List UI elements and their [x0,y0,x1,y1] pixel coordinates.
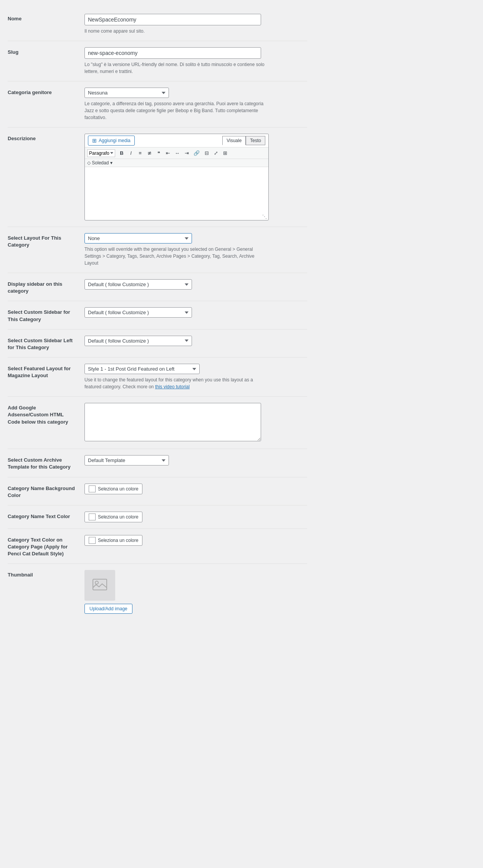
custom-sidebar-left-row: Select Custom Sidebar Left for This Cate… [8,330,307,358]
cat-page-text-color-swatch [89,537,96,544]
view-tabs: Visuale Testo [222,136,265,145]
adsense-field [84,403,307,442]
nome-row: Nome Il nome come appare sul sito. [8,8,307,41]
ol-btn[interactable]: ≢ [145,149,154,157]
italic-btn[interactable]: I [127,149,135,157]
paragraph-select[interactable]: Paragrafo [87,149,115,157]
add-media-label: Aggiungi media [99,138,131,143]
featured-layout-field: Style 1 - 1st Post Grid Featured on Left… [84,364,307,390]
cat-bg-color-swatch [89,485,96,492]
select-layout-description: This option will override with the gener… [84,246,269,267]
editor-toolbar-1: Paragrafo B I ≡ ≢ ❝ ⇤ ↔ ⇥ 🔗 ⊟ ⤢ ⊞ [85,147,268,159]
image-placeholder-icon [92,578,108,592]
custom-sidebar-select[interactable]: Default ( follow Customize ) [84,307,192,318]
featured-layout-row: Select Featured Layout for Magazine Layo… [8,358,307,397]
featured-layout-select[interactable]: Style 1 - 1st Post Grid Featured on Left [84,364,200,374]
display-sidebar-row: Display sidebar on this category Default… [8,273,307,301]
display-sidebar-select[interactable]: Default ( follow Customize ) [84,279,192,290]
featured-layout-description: Use it to change the featured layout for… [84,376,269,390]
video-tutorial-link[interactable]: this video tutorial [155,384,190,389]
cat-page-text-color-row: Category Text Color on Category Page (Ap… [8,529,307,564]
editor-resize: ⋱ [85,213,268,220]
cat-page-text-color-field: Seleziona un colore [84,535,307,546]
cat-page-text-color-label-text: Seleziona un colore [98,538,138,543]
custom-archive-row: Select Custom Archive Template for this … [8,449,307,477]
media-icon: ⊞ [92,137,97,144]
custom-sidebar-left-select[interactable]: Default ( follow Customize ) [84,336,192,346]
select-layout-select[interactable]: None [84,233,192,244]
select-layout-label: Select Layout For This Category [8,233,84,248]
custom-archive-select[interactable]: Default Template [84,455,169,465]
slug-field: Lo "slug" è la versione URL-friendly del… [84,47,307,75]
editor-toolbar-top: ⊞ Aggiungi media Visuale Testo [85,134,268,147]
cat-bg-color-row: Category Name Background Color Seleziona… [8,477,307,505]
custom-sidebar-left-field: Default ( follow Customize ) [84,336,307,346]
descrizione-row: Descrizione ⊞ Aggiungi media Visuale Tes… [8,128,307,227]
soledad-label: ◇ Soledad ▾ [87,160,112,166]
custom-sidebar-label: Select Custom Sidebar for This Category [8,307,84,323]
cat-bg-color-label-text: Seleziona un colore [98,486,138,492]
svg-rect-0 [93,579,107,590]
table-btn[interactable]: ⊟ [202,149,211,157]
nome-input[interactable] [84,14,261,25]
custom-archive-field: Default Template [84,455,307,465]
align-right-btn[interactable]: ⇥ [182,149,191,157]
cat-bg-color-button[interactable]: Seleziona un colore [84,484,142,494]
categoria-genitore-select[interactable]: Nessuna [84,88,169,98]
thumbnail-label: Thumbnail [8,570,84,578]
descrizione-field: ⊞ Aggiungi media Visuale Testo Paragrafo… [84,134,307,220]
cat-text-color-row: Category Name Text Color Seleziona un co… [8,505,307,529]
add-media-button[interactable]: ⊞ Aggiungi media [88,136,135,146]
categoria-genitore-field: Nessuna Le categorie, a differenza dei t… [84,88,307,121]
nome-field: Il nome come appare sul sito. [84,14,307,35]
ul-btn[interactable]: ≡ [136,149,144,157]
display-sidebar-field: Default ( follow Customize ) [84,279,307,290]
bold-btn[interactable]: B [117,149,126,157]
custom-sidebar-row: Select Custom Sidebar for This Category … [8,301,307,329]
custom-archive-label: Select Custom Archive Template for this … [8,455,84,470]
cat-text-color-field: Seleziona un colore [84,512,307,522]
cat-text-color-button[interactable]: Seleziona un colore [84,512,142,522]
tab-visuale[interactable]: Visuale [222,136,246,145]
descrizione-label: Descrizione [8,134,84,142]
categoria-genitore-description: Le categorie, a differenza dei tag, poss… [84,100,269,121]
select-layout-field: None This option will override with the … [84,233,307,267]
nome-description: Il nome come appare sul sito. [84,28,269,35]
thumbnail-placeholder [84,570,115,601]
cat-page-text-color-label: Category Text Color on Category Page (Ap… [8,535,84,558]
cat-page-text-color-button[interactable]: Seleziona un colore [84,535,142,546]
featured-layout-label: Select Featured Layout for Magazine Layo… [8,364,84,379]
thumbnail-field: Upload/Add image [84,570,307,614]
fullscreen-btn[interactable]: ⤢ [212,149,220,157]
cat-text-color-label: Category Name Text Color [8,512,84,520]
align-center-btn[interactable]: ↔ [173,149,182,157]
upload-image-button[interactable]: Upload/Add image [84,604,132,614]
nome-label: Nome [8,14,84,22]
tab-testo[interactable]: Testo [246,136,265,145]
upload-image-label: Upload/Add image [89,606,127,611]
editor-body[interactable] [85,167,268,213]
display-sidebar-label: Display sidebar on this category [8,279,84,295]
align-left-btn[interactable]: ⇤ [164,149,172,157]
cat-bg-color-field: Seleziona un colore [84,484,307,494]
cat-bg-color-label: Category Name Background Color [8,484,84,499]
select-layout-row: Select Layout For This Category None Thi… [8,227,307,273]
grid-btn[interactable]: ⊞ [221,149,229,157]
cat-text-color-label-text: Seleziona un colore [98,514,138,520]
svg-point-1 [95,581,98,584]
cat-text-color-swatch [89,514,96,520]
link-btn[interactable]: 🔗 [192,149,202,157]
slug-input[interactable] [84,47,261,59]
categoria-genitore-row: Categoria genitore Nessuna Le categorie,… [8,81,307,128]
blockquote-btn[interactable]: ❝ [154,149,163,157]
categoria-genitore-label: Categoria genitore [8,88,84,96]
adsense-row: Add Google Adsense/Custom HTML Code belo… [8,397,307,449]
slug-description: Lo "slug" è la versione URL-friendly del… [84,61,269,75]
adsense-textarea[interactable] [84,403,261,441]
slug-label: Slug [8,47,84,56]
editor-toolbar-2: ◇ Soledad ▾ [85,159,268,167]
slug-row: Slug Lo "slug" è la versione URL-friendl… [8,41,307,81]
editor-container: ⊞ Aggiungi media Visuale Testo Paragrafo… [84,134,269,220]
adsense-label: Add Google Adsense/Custom HTML Code belo… [8,403,84,426]
thumbnail-row: Thumbnail Upload/Add image [8,564,307,620]
